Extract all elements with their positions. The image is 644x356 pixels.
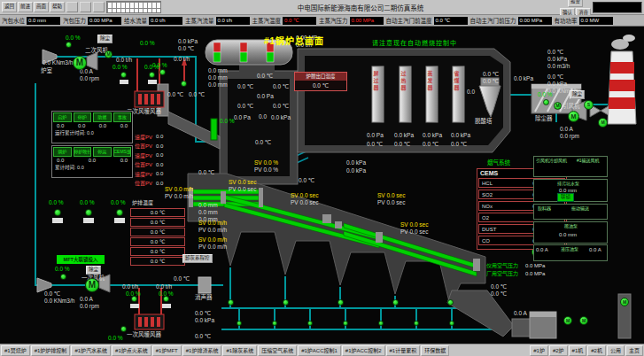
nav-button[interactable]: 帮助 [50,2,65,12]
motor-icon[interactable]: M [563,316,572,325]
motor-icon[interactable]: M [568,111,579,122]
unit-tab[interactable]: #1机 [569,345,587,356]
kpi-item: 汽包压力 0.00 MPa [63,16,121,25]
valve-icon[interactable] [159,69,166,75]
value-label: 0.0 mm [208,82,228,89]
mode-button[interactable]: 烘炉 [53,147,72,157]
valve-icon[interactable] [378,321,384,326]
screen-tab[interactable]: #1除灰系统 [222,345,257,356]
value-label: 0.0 ℃ [547,74,563,81]
alarm-led-grid [106,1,161,13]
value-label: SV 0.0 sec [291,193,318,199]
interlock-banner: MFT大联锁投入 [57,255,105,264]
kpi-item: 汽包水位 0.0 mm [2,16,60,25]
valve-icon[interactable] [163,296,169,302]
valve-icon[interactable] [283,299,289,306]
mode-button[interactable]: 停炉吹扫 [74,147,92,157]
mode-counter: 0.0 [57,123,64,128]
valve-icon[interactable] [237,321,242,326]
screen-tab[interactable]: #1炉汽水系统 [71,345,111,356]
valve-icon[interactable] [181,81,187,87]
screen-tab[interactable]: #1焚烧炉 [1,345,30,356]
valve-icon[interactable] [392,299,399,306]
mode-button[interactable]: 启炉 [53,112,72,122]
air-pressure-value: 0.0 MPa [525,263,545,268]
motor-icon[interactable]: M [73,56,87,70]
motor-icon[interactable]: M [105,50,113,58]
footer-value: 0.0 [77,165,84,170]
motor-icon[interactable]: M [598,118,608,128]
valve-icon[interactable] [343,321,348,326]
grate-temp-value: 0.0 ℃ [130,257,185,266]
valve-icon[interactable] [85,209,92,216]
motor-icon[interactable]: M [620,298,629,306]
screen-tab[interactable]: #1炉ACC控制1 [298,345,341,356]
alarm-button[interactable]: 报警 [568,0,583,7]
unit-tab[interactable]: #2机 [587,345,606,356]
screen-tab[interactable]: #1炉ACC控制2 [342,345,385,356]
screen-tab[interactable]: #1炉MFT [152,345,182,356]
ash-program-button[interactable]: 卸灰系程控 [182,254,213,263]
panel-title: 振动输送 [571,206,589,211]
motor-icon[interactable]: S [584,100,594,110]
mode-button[interactable]: CEMS维护 [113,147,132,157]
unit-tab[interactable]: 公用 [607,345,625,356]
unit-tab[interactable]: #2炉 [549,345,568,356]
valve-icon[interactable] [66,42,72,48]
value-label: 0.0 ℃ [451,142,467,148]
nav-button[interactable]: 画面 [34,2,49,12]
box-value: 0.0 ℃ [295,81,346,90]
motor-icon[interactable]: M [579,316,588,325]
speed-value: 0.0 [156,162,163,167]
valve-icon[interactable] [54,209,61,216]
interlock-button[interactable]: 联锁 [557,193,574,202]
nav-button[interactable]: 前进 [18,2,33,12]
screen-tab[interactable]: 环保数据 [421,345,449,356]
screen-tab[interactable]: #1计量累积 [386,345,421,356]
screen-tab[interactable]: #1炉炉排控制 [31,345,71,356]
mode-button[interactable]: 停运 [93,147,112,157]
motor-icon[interactable]: M [554,102,562,110]
speed-value: 0.0 [156,152,163,158]
valve-icon[interactable] [131,296,137,302]
valve-icon[interactable] [543,99,549,105]
nav-button[interactable]: 返回 [2,2,17,12]
valve-icon[interactable] [449,321,454,326]
value-label: 0.0 Pa [234,115,251,121]
valve-icon[interactable] [447,299,454,306]
toolbar-slot [80,2,91,12]
dust-link-button[interactable]: 除尘 [570,90,585,99]
unit-tab[interactable]: #1炉 [530,345,548,356]
dust-link-button[interactable]: 除尘 [97,35,113,43]
valve-icon[interactable] [338,299,344,306]
kpi-value: 0.0 ℃ [434,17,468,25]
screen-tab[interactable]: 压缩空气系统 [258,345,297,356]
value-label: 0.0 % [538,92,553,98]
value-label: 0.0 ℃ [257,74,273,80]
value-label: 0.0 kPa [451,133,470,139]
valve-icon[interactable] [307,321,313,326]
mode-button[interactable]: 事故 [113,112,132,122]
valve-icon[interactable] [60,274,66,280]
valve-icon[interactable] [116,209,123,216]
valve-icon[interactable] [414,321,419,326]
panel-title: 稀油泵 [564,224,578,228]
alarm-message-box [593,2,642,13]
kpi-bar: 汽包水位 0.0 mm 汽包压力 0.00 MPa 给水流量 0.0 t/h 主… [0,15,644,27]
dust-link-button[interactable]: 除尘 [86,266,101,275]
value-label: 0.0 kPa [547,57,567,63]
screen-tab[interactable]: #1炉排渣系统 [182,345,222,356]
valve-icon[interactable] [120,72,127,78]
unit-tab[interactable]: 主页 [625,345,643,356]
valve-icon[interactable] [272,321,277,326]
value-label: PV 0.0 sec [229,187,256,193]
screen-tab[interactable]: #1炉点火系统 [112,345,151,356]
motor-icon[interactable]: M [85,278,99,292]
mode-button[interactable]: 停炉 [74,112,92,122]
mode-button[interactable]: 助燃 [93,112,112,122]
valve-icon[interactable] [120,326,127,332]
valve-icon[interactable] [228,299,234,306]
kpi-item: 主蒸汽温度 0.0 ℃ [252,16,317,25]
valve-icon[interactable] [149,72,155,78]
value-label: 0.0 ℃ [483,79,499,85]
